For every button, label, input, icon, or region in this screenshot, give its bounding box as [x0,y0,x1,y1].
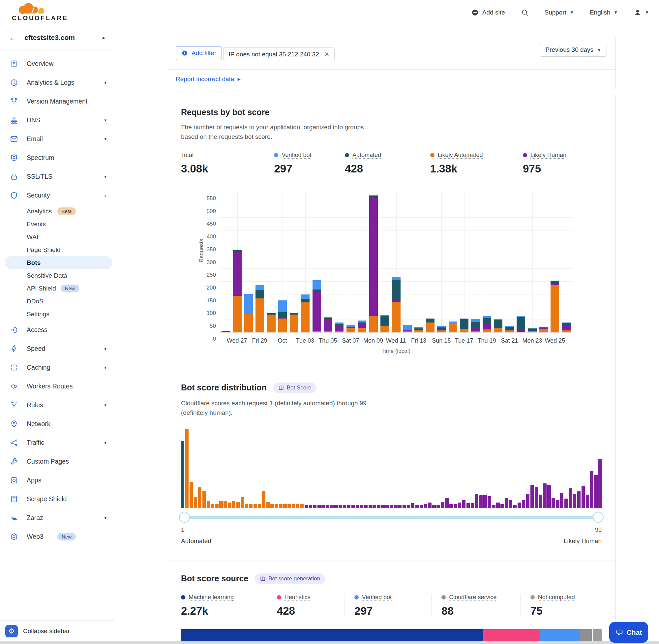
bot-score-docs-badge[interactable]: Bot Score [273,383,316,393]
score-bar-16[interactable] [245,504,248,508]
score-bar-20[interactable] [262,491,265,508]
sidebar-item-api-shield[interactable]: API ShieldNew [0,282,114,295]
sidebar-item-version-management[interactable]: Version Management [0,92,114,111]
site-switcher-chevron-icon[interactable]: ▸ [102,34,105,41]
score-bar-61[interactable] [437,505,440,508]
score-bar-51[interactable] [394,505,397,508]
bar-day-4[interactable] [254,192,265,332]
score-bar-23[interactable] [275,504,278,508]
bar-day-29[interactable] [538,192,549,332]
sidebar-item-settings[interactable]: Settings [0,308,114,321]
score-bar-74[interactable] [492,505,495,508]
bar-day-6[interactable] [277,192,288,332]
score-bar-17[interactable] [249,504,253,508]
sidebar-item-waf[interactable]: WAF [0,230,114,243]
score-bar-82[interactable] [526,494,529,508]
score-bar-76[interactable] [500,504,504,508]
score-bar-26[interactable] [287,504,291,508]
sidebar-item-custom-pages[interactable]: Custom Pages [0,452,114,471]
stat-label[interactable]: Likely Human [531,152,566,159]
stat-label[interactable]: Verified bot [362,594,392,601]
sidebar-item-workers-routes[interactable]: Workers Routes [0,377,114,396]
sidebar-item-security[interactable]: Security▴ [0,186,114,205]
bar-day-7[interactable] [288,192,300,332]
sidebar-item-web3[interactable]: Web3New [0,527,114,546]
score-bar-7[interactable] [207,501,210,508]
sidebar-item-rules[interactable]: Rules▾ [0,396,114,414]
score-bar-38[interactable] [338,505,342,508]
sidebar-item-zaraz[interactable]: Zaraz▾ [0,508,114,527]
sidebar-item-sensitive-data[interactable]: Sensitive Data [0,269,114,282]
score-bar-88[interactable] [551,498,555,508]
score-bar-48[interactable] [381,505,384,508]
score-bar-32[interactable] [313,505,316,508]
sidebar-item-dns[interactable]: DNS▾ [0,111,114,130]
score-bar-47[interactable] [377,505,380,508]
chat-button[interactable]: Chat [609,622,648,643]
score-bar-29[interactable] [300,504,304,508]
score-bar-73[interactable] [488,496,491,508]
score-bar-85[interactable] [539,495,542,508]
stat-label[interactable]: Machine learning [189,594,234,601]
collapse-sidebar-button[interactable]: Collapse sidebar [23,627,70,635]
score-bar-22[interactable] [270,504,274,508]
score-bar-41[interactable] [351,505,355,508]
score-bar-53[interactable] [402,505,406,508]
bar-day-21[interactable] [447,192,458,332]
back-arrow-icon[interactable]: ← [8,33,17,42]
bar-day-10[interactable] [323,192,334,332]
score-bar-84[interactable] [535,487,538,508]
bar-day-5[interactable] [266,192,277,332]
bar-day-23[interactable] [470,192,481,332]
score-bar-18[interactable] [254,504,257,508]
score-bar-55[interactable] [411,503,415,508]
score-bar-36[interactable] [330,505,333,508]
score-bar-60[interactable] [432,505,436,508]
score-bar-14[interactable] [236,502,240,508]
score-bar-52[interactable] [398,505,402,508]
score-bar-94[interactable] [577,491,581,508]
bar-day-26[interactable] [504,192,515,332]
slider-track[interactable] [182,516,601,519]
score-bar-58[interactable] [424,504,427,508]
score-bar-24[interactable] [279,504,282,508]
sidebar-item-traffic[interactable]: Traffic▾ [0,433,114,452]
bot-score-generation-docs-badge[interactable]: Bot score generation [255,573,325,584]
score-bar-98[interactable] [594,475,597,508]
search-button[interactable] [521,8,529,17]
sidebar-item-access[interactable]: Access [0,321,114,339]
bar-day-12[interactable] [345,192,356,332]
bar-day-31[interactable] [561,192,572,332]
bar-day-2[interactable] [231,192,243,332]
sidebar-item-ddos[interactable]: DDoS [0,295,114,308]
score-bar-4[interactable] [194,497,197,508]
score-bar-34[interactable] [322,505,325,508]
bar-day-30[interactable] [549,192,560,332]
add-site-button[interactable]: Add site [471,8,505,17]
score-bar-25[interactable] [283,504,286,508]
score-bar-72[interactable] [483,495,487,508]
score-bar-10[interactable] [219,501,222,508]
stat-label[interactable]: Cloudflare service [449,594,496,601]
stat-label[interactable]: Automated [352,152,381,159]
score-bar-75[interactable] [496,503,499,508]
support-menu[interactable]: Support ▼ [545,9,574,16]
score-bar-42[interactable] [356,505,359,508]
score-bar-64[interactable] [449,504,453,508]
score-bar-71[interactable] [479,495,483,508]
report-incorrect-data-link[interactable]: Report incorrect data ▶ [176,75,241,83]
preferences-gear-button[interactable]: ⚙ [5,625,18,638]
score-bar-45[interactable] [369,505,372,508]
sidebar-item-speed[interactable]: Speed▾ [0,339,114,358]
sidebar-item-caching[interactable]: Caching▾ [0,358,114,377]
remove-filter-icon[interactable]: ✕ [324,51,329,58]
score-bar-44[interactable] [364,505,368,508]
bar-day-18[interactable] [413,192,424,332]
sidebar-item-analytics-logs[interactable]: Analytics & Logs▾ [0,73,114,92]
sidebar-item-ssl-tls[interactable]: SSL/TLS▾ [0,167,114,186]
score-bar-37[interactable] [334,505,337,508]
bar-day-17[interactable] [402,192,413,332]
score-bar-35[interactable] [326,505,329,508]
date-range-dropdown[interactable]: Previous 30 days ▼ [540,43,607,57]
sidebar-item-events[interactable]: Events [0,217,114,230]
